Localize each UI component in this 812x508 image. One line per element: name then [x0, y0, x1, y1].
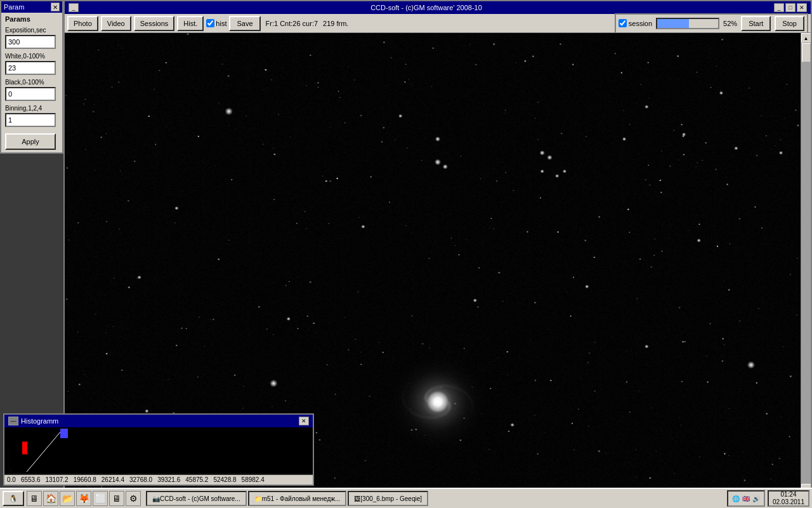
- hist-label-5: 32768.0: [129, 476, 152, 483]
- hist-label-6: 39321.6: [157, 476, 180, 483]
- taskbar-item-files[interactable]: 📁 m51 - Файловый менедж...: [248, 491, 347, 506]
- hist-menu-button[interactable]: —: [8, 417, 18, 425]
- param-body: Params Exposition,sec White,0-100% Black…: [1, 13, 62, 152]
- session-checkbox[interactable]: [619, 19, 627, 27]
- scroll-up-button[interactable]: ▲: [801, 33, 811, 43]
- system-clock: 01:24 02.03.2011: [768, 490, 809, 507]
- hist-label-0: 0.0: [7, 476, 16, 483]
- hist-label-4: 26214.4: [102, 476, 124, 483]
- param-title: Param: [4, 3, 24, 11]
- apply-button[interactable]: Apply: [5, 133, 56, 150]
- tab-video[interactable]: Video: [101, 16, 131, 31]
- flag-icon: 🇬🇧: [742, 495, 750, 502]
- taskbar-item-geeqie-label: [300_6.bmp - Geeqie]: [360, 495, 422, 502]
- hist-label-8: 52428.8: [213, 476, 236, 483]
- taskbar-item-geeqie[interactable]: 🖼 [300_6.bmp - Geeqie]: [348, 491, 428, 506]
- taskbar-icon-files[interactable]: 📂: [60, 491, 75, 506]
- vertical-scrollbar[interactable]: ▲ ▼: [801, 33, 811, 494]
- hist-label-1: 6553.6: [21, 476, 41, 483]
- taskbar-icon-home[interactable]: 🏠: [43, 491, 58, 506]
- session-checkbox-container: session: [619, 19, 652, 27]
- histogram-canvas: [4, 427, 313, 475]
- hist-label-2: 13107.2: [46, 476, 69, 483]
- stop-button[interactable]: Stop: [775, 16, 804, 31]
- taskbar-right: 🌐 🇬🇧 🔊 01:24 02.03.2011: [727, 490, 809, 507]
- taskbar-item-ccd-label: CCD-soft - (c)GM software...: [160, 495, 240, 502]
- session-label: session: [629, 20, 652, 27]
- ccd-titlebar-right-btns: _ □ ✕: [774, 3, 807, 12]
- taskbar-icon-browser[interactable]: 🦊: [76, 491, 91, 506]
- hist-label-9: 58982.4: [242, 476, 265, 483]
- binning-input[interactable]: [5, 113, 56, 127]
- hist-close-button[interactable]: ✕: [299, 417, 309, 425]
- start-button[interactable]: Start: [741, 16, 771, 31]
- hist-footer: 0.0 6553.6 13107.2 19660.8 26214.4 32768…: [4, 475, 313, 485]
- hist-label-3: 19660.8: [74, 476, 96, 483]
- tab-sessions[interactable]: Sessions: [134, 16, 175, 31]
- white-input[interactable]: [5, 61, 56, 75]
- hist-checkbox-container: hist: [206, 19, 226, 27]
- save-button[interactable]: Save: [229, 16, 260, 31]
- binning-label: Binning,1,2,4: [5, 105, 58, 112]
- clock-time: 01:24: [780, 491, 796, 498]
- ccd-titlebar: _ CCD-soft - (c)GM software' 2008-10 _ □…: [65, 1, 811, 14]
- taskbar-icon-terminal[interactable]: 🖥: [109, 491, 124, 506]
- ccd-title: CCD-soft - (c)GM software' 2008-10: [79, 4, 774, 11]
- hist-checkbox[interactable]: [206, 19, 214, 27]
- scroll-track[interactable]: [801, 43, 811, 484]
- start-menu-button[interactable]: 🐧: [3, 491, 24, 506]
- photo-mode-bar: session 52% Start Stop: [615, 13, 808, 34]
- taskbar-item-geeqie-icon: 🖼: [354, 495, 360, 502]
- tab-photo[interactable]: Photo: [67, 16, 98, 31]
- black-input[interactable]: [5, 87, 56, 101]
- percent-label: 52%: [723, 20, 737, 27]
- network-icon: 🌐: [732, 495, 740, 502]
- progress-bar-container: [656, 18, 719, 29]
- exposition-label: Exposition,sec: [5, 27, 58, 34]
- scroll-thumb[interactable]: [802, 43, 811, 62]
- hist-body: [4, 427, 313, 475]
- taskbar: 🐧 🖥 🏠 📂 🦊 ⬜ 🖥 ⚙ 📷 CCD-soft - (c)GM softw…: [0, 488, 812, 508]
- taskbar-item-ccd-icon: 📷: [152, 495, 160, 502]
- ccd-titlebar-left-btns: _: [69, 3, 79, 12]
- frames-count: 219 frm.: [323, 20, 348, 27]
- param-close-button[interactable]: ✕: [51, 3, 60, 11]
- hist-label-7: 45875.2: [185, 476, 208, 483]
- white-label: White,0-100%: [5, 53, 58, 60]
- frame-info: Fr:1 Cnt:26 cur:7: [266, 20, 318, 27]
- taskbar-item-files-label: m51 - Файловый менедж...: [262, 495, 341, 502]
- ccd-minimize-button[interactable]: _: [69, 3, 79, 12]
- hist-check-label: hist: [216, 20, 226, 27]
- ccd-close-button[interactable]: ✕: [797, 3, 807, 12]
- ccd-minimize-btn2[interactable]: _: [774, 3, 784, 12]
- volume-icon: 🔊: [752, 495, 760, 502]
- taskbar-icon-window[interactable]: ⬜: [93, 491, 108, 506]
- taskbar-quick-launch: 🖥 🏠 📂 🦊 ⬜ 🖥 ⚙: [27, 491, 141, 506]
- taskbar-icon-misc[interactable]: ⚙: [126, 491, 141, 506]
- taskbar-item-ccd[interactable]: 📷 CCD-soft - (c)GM software...: [146, 491, 247, 506]
- clock-date: 02.03.2011: [773, 498, 804, 506]
- params-section-label: Params: [5, 15, 58, 23]
- param-panel: Param ✕ Params Exposition,sec White,0-10…: [0, 0, 63, 154]
- histogram-window: — Histogramm ✕ 0.0 6553.6 13107.2 19660.…: [3, 413, 314, 486]
- black-label: Black,0-100%: [5, 79, 58, 86]
- hist-title: Histogramm: [21, 417, 58, 425]
- hist-titlebar: — Histogramm ✕: [4, 415, 313, 427]
- taskbar-icon-desktop[interactable]: 🖥: [27, 491, 42, 506]
- exposition-input[interactable]: [5, 35, 56, 49]
- param-titlebar: Param ✕: [1, 1, 62, 13]
- ccd-toolbar: Photo Video Sessions Hist. hist Save Fr:…: [65, 14, 811, 33]
- tab-hist[interactable]: Hist.: [177, 16, 204, 31]
- progress-bar-fill: [657, 19, 689, 28]
- taskbar-tray: 🌐 🇬🇧 🔊: [727, 490, 765, 507]
- ccd-maximize-button[interactable]: □: [785, 3, 796, 12]
- start-icon: 🐧: [9, 495, 18, 503]
- taskbar-items: 📷 CCD-soft - (c)GM software... 📁 m51 - Ф…: [146, 491, 724, 506]
- taskbar-item-files-icon: 📁: [254, 495, 262, 502]
